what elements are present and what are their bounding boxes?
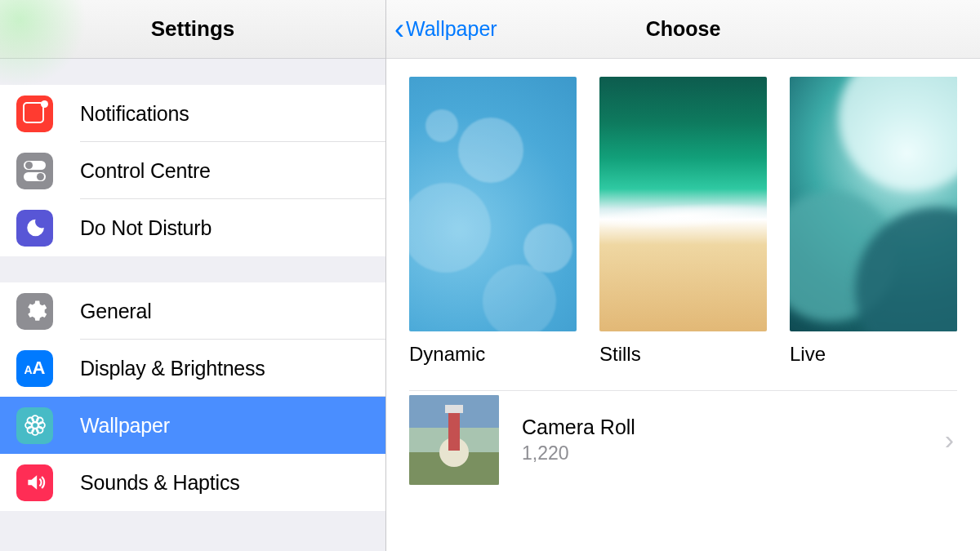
detail-pane: ‹ Wallpaper Choose Dynamic Stills <box>386 0 980 551</box>
sidebar-group-2: General AA Display & Brightness Wallpape… <box>0 282 385 511</box>
gear-icon <box>16 293 53 330</box>
svg-rect-14 <box>445 405 463 413</box>
album-thumbnail <box>409 395 499 485</box>
text-size-icon: AA <box>16 350 53 387</box>
sidebar-item-wallpaper[interactable]: Wallpaper <box>0 397 385 454</box>
sidebar-spacer <box>0 256 385 282</box>
sidebar-item-control-centre[interactable]: Control Centre <box>0 142 385 199</box>
back-label: Wallpaper <box>406 17 497 41</box>
dynamic-thumbnail <box>409 77 577 331</box>
sidebar-title: Settings <box>151 16 235 42</box>
sidebar-header: Settings <box>0 0 385 59</box>
detail-header: ‹ Wallpaper Choose <box>386 0 980 59</box>
chevron-left-icon: ‹ <box>394 15 404 44</box>
sidebar-item-display-brightness[interactable]: AA Display & Brightness <box>0 340 385 397</box>
sidebar-group-1: Notifications Control Centre Do Not Dist… <box>0 85 385 256</box>
flower-icon <box>16 407 53 444</box>
album-name: Camera Roll <box>522 415 945 439</box>
sidebar-item-do-not-disturb[interactable]: Do Not Disturb <box>0 199 385 256</box>
settings-sidebar: Settings Notifications Control Centre Do… <box>0 0 386 551</box>
control-centre-icon <box>16 153 53 189</box>
album-camera-roll[interactable]: Camera Roll 1,220 › <box>409 390 957 488</box>
category-live[interactable]: Live <box>790 77 957 366</box>
wallpaper-categories: Dynamic Stills Live <box>409 77 957 366</box>
sidebar-item-notifications[interactable]: Notifications <box>0 85 385 142</box>
detail-content: Dynamic Stills Live <box>386 59 980 551</box>
category-dynamic[interactable]: Dynamic <box>409 77 577 366</box>
chevron-right-icon: › <box>945 424 954 455</box>
notifications-icon <box>16 96 53 132</box>
category-label: Dynamic <box>409 343 577 366</box>
album-info: Camera Roll 1,220 <box>522 415 945 464</box>
category-label: Live <box>790 343 957 366</box>
sidebar-item-label: Notifications <box>80 102 189 126</box>
moon-icon <box>16 210 53 247</box>
sidebar-item-sounds-haptics[interactable]: Sounds & Haptics <box>0 454 385 511</box>
sidebar-item-general[interactable]: General <box>0 282 385 340</box>
sidebar-item-label: Display & Brightness <box>80 357 265 380</box>
live-thumbnail <box>790 77 957 331</box>
speaker-icon <box>16 464 53 501</box>
sidebar-item-label: Do Not Disturb <box>80 216 212 240</box>
category-label: Stills <box>599 343 767 366</box>
category-stills[interactable]: Stills <box>599 77 767 366</box>
sidebar-item-label: General <box>80 300 152 323</box>
album-count: 1,220 <box>522 442 945 464</box>
sidebar-spacer <box>0 59 385 85</box>
sidebar-item-label: Control Centre <box>80 159 211 183</box>
sidebar-item-label: Sounds & Haptics <box>80 471 240 495</box>
stills-thumbnail <box>599 77 767 331</box>
settings-split-view: Settings Notifications Control Centre Do… <box>0 0 980 551</box>
back-button[interactable]: ‹ Wallpaper <box>386 15 497 44</box>
sidebar-item-label: Wallpaper <box>80 414 170 438</box>
svg-rect-13 <box>448 410 460 451</box>
